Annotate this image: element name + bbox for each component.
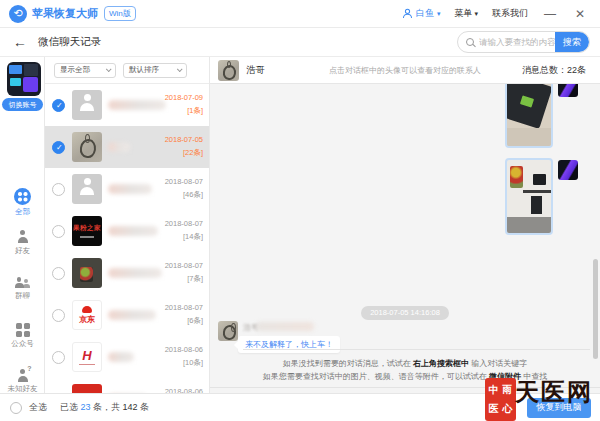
sender-avatar[interactable] [558,160,578,180]
contact-checkbox[interactable] [52,309,65,322]
contact-row[interactable]: 果粉之家 2018-08-07[14条] [45,210,209,252]
selected-count: 23 [81,402,91,412]
close-button[interactable]: ✕ [572,7,588,21]
sidebar-item-friends[interactable]: 好友 [0,228,45,256]
search-box: 搜索 [457,31,590,53]
contact-count: [10条] [165,356,203,369]
contact-date: 2018-08-06 [165,385,203,393]
title-bar: ⟲ 苹果恢复大师 Win版 白鱼 ▾ 菜单 ▾ 联系我们 — ✕ [0,0,600,28]
account-avatar[interactable] [7,62,41,96]
toolbar: ← 微信聊天记录 搜索 [0,28,600,57]
chat-header: 浩哥 点击对话框中的头像可以查看对应的联系人 消息总数：22条 [210,57,600,84]
contact-count: [7条] [165,272,203,285]
scrollbar-thumb[interactable] [593,259,598,359]
contact-list-header: 显示全部 默认排序 [45,57,209,84]
user-icon [402,8,413,19]
chevron-down-icon [106,66,112,72]
chevron-down-icon [177,66,183,72]
sender-avatar[interactable] [218,321,238,341]
contact-checkbox[interactable] [52,99,65,112]
contact-date: 2018-08-06 [165,343,203,356]
contact-name-blurred [108,226,158,236]
contact-checkbox[interactable] [52,225,65,238]
contact-checkbox[interactable] [52,141,65,154]
contact-avatar: 果粉之家 [72,216,102,246]
sidebar: 切换账号 全部 好友 群聊 公众号 ? 未知好友 [0,57,45,393]
contact-count: [6条] [165,314,203,327]
contact-name-blurred [108,184,152,194]
photo-message[interactable] [505,158,553,235]
select-all-label[interactable]: 全选 [29,401,47,414]
total-count: 142 [123,402,138,412]
contact-date: 2018-08-07 [165,217,203,230]
edition-badge: Win版 [104,6,136,21]
footer-bar: 全选 已选 23 条，共 142 条 恢复到电脑 [0,393,600,421]
sidebar-item-unknown-friends[interactable]: ? 未知好友 [0,368,45,394]
official-account-icon [16,323,30,337]
page-title: 微信聊天记录 [38,35,101,49]
contact-checkbox[interactable] [52,183,65,196]
selection-status: 已选 23 条，共 142 条 [60,401,149,414]
sender-name-blur [256,322,314,331]
recover-to-pc-button[interactable]: 恢复到电脑 [527,398,591,418]
contact-row[interactable]: 2018-08-07[46条] [45,168,209,210]
search-input[interactable] [479,37,555,47]
text-message-bubble[interactable]: 来不及解释了，快上车！ [238,336,340,353]
message-total: 消息总数：22条 [516,64,586,77]
contact-avatar: 京东 [72,300,102,330]
contact-us-link[interactable]: 联系我们 [492,7,528,20]
contact-date: 2018-08-07 [165,259,203,272]
contact-row[interactable]: 2018-08-06 [45,378,209,393]
contact-name-blurred [108,142,130,152]
menu-button[interactable]: 菜单 ▾ [454,7,478,20]
contact-name-blurred [108,352,134,362]
filter-dropdown[interactable]: 显示全部 [54,63,116,78]
timestamp-divider: 2018-07-05 14:16:08 [210,301,600,320]
switch-account-button[interactable]: 切换账号 [2,98,43,111]
sort-dropdown[interactable]: 默认排序 [123,63,187,78]
contact-checkbox[interactable] [52,351,65,364]
group-chat-icon [15,275,31,289]
contact-row[interactable]: 京东 2018-08-07[6条] [45,294,209,336]
contact-count: [22条] [165,146,203,159]
contact-name-blurred [108,100,166,110]
contact-avatar [72,90,102,120]
contact-avatar [72,384,102,393]
contact-list-panel: 显示全部 默认排序 2018-07-09[1条] 2018-07-05[22条]… [45,57,210,393]
back-button[interactable]: ← [13,34,27,50]
chevron-down-icon: ▾ [474,10,478,18]
minimize-button[interactable]: — [542,7,558,21]
contact-avatar [72,132,102,162]
chevron-down-icon: ▾ [437,10,441,18]
contact-date: 2018-08-07 [165,301,203,314]
contact-count: [1条] [165,104,203,117]
contact-name-blurred [108,268,162,278]
sidebar-item-groups[interactable]: 群聊 [0,275,45,301]
sidebar-item-all[interactable]: 全部 [0,188,45,217]
contact-checkbox[interactable] [52,267,65,280]
photo-message[interactable] [505,84,553,148]
sidebar-item-official-accounts[interactable]: 公众号 [0,323,45,349]
unknown-friend-icon: ? [17,368,29,382]
contact-row[interactable]: 2018-07-09[1条] [45,84,209,126]
contact-name-blurred [108,310,156,320]
contact-date: 2018-07-05 [165,133,203,146]
contact-date: 2018-08-07 [165,175,203,188]
contact-row[interactable]: 2018-07-05[22条] [45,126,209,168]
contact-row[interactable]: H 2018-08-06[10条] [45,336,209,378]
search-button[interactable]: 搜索 [555,31,589,53]
contact-count: [14条] [165,230,203,243]
contact-avatar [72,258,102,288]
sender-avatar[interactable] [558,84,578,97]
contact-avatar: H [72,342,102,372]
contact-row[interactable]: 2018-08-07[7条] [45,252,209,294]
select-all-checkbox[interactable] [10,402,22,414]
app-title: 苹果恢复大师 [32,6,98,21]
chat-panel: 浩哥 点击对话框中的头像可以查看对应的联系人 消息总数：22条 2018-07-… [210,57,600,393]
contact-count: [46条] [165,188,203,201]
search-icon [466,38,474,46]
username: 白鱼 [416,7,434,20]
search-hints: 如果没找到需要的对话消息，试试在 右上角搜索框中 输入对话关键字 如果您需要查找… [210,357,600,383]
friend-icon [0,228,45,244]
user-account-menu[interactable]: 白鱼 ▾ [402,7,441,20]
